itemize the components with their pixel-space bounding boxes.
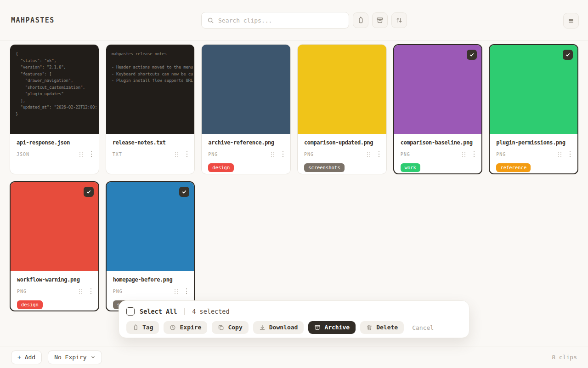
drag-handle-icon[interactable] xyxy=(79,151,84,157)
clip-filename: comparison-baseline.png xyxy=(401,139,475,146)
search-box[interactable] xyxy=(201,12,349,29)
selected-checkbox[interactable] xyxy=(563,50,573,60)
tag-icon xyxy=(132,324,139,331)
clip-card-body: release-notes.txt TXT xyxy=(106,134,195,174)
menu-button[interactable] xyxy=(563,13,579,29)
drag-handle-icon[interactable] xyxy=(367,151,371,157)
drag-handle-icon[interactable] xyxy=(462,151,466,157)
clip-filename: release-notes.txt xyxy=(113,139,188,146)
select-all-label: Select All xyxy=(140,308,177,315)
selection-action-bar: Select All 4 selected Tag Expire Copy Do… xyxy=(119,300,469,338)
selected-checkbox[interactable] xyxy=(467,50,477,60)
archive-view-button[interactable] xyxy=(372,12,388,28)
clip-filename: homepage-before.png xyxy=(113,276,188,283)
cancel-button[interactable]: Cancel xyxy=(408,322,437,334)
clip-type-label: PNG xyxy=(401,152,410,157)
kebab-menu-icon[interactable] xyxy=(186,288,187,294)
clip-preview: { "status": "ok", "version": "2.1.0", "f… xyxy=(10,45,99,134)
clip-card-workflow-warning[interactable]: workflow-warning.png PNG design xyxy=(10,181,99,311)
clip-filename: plugin-permissions.png xyxy=(496,139,571,146)
download-icon xyxy=(259,324,266,331)
filter-by-tag-button[interactable] xyxy=(353,12,368,28)
drag-handle-icon[interactable] xyxy=(175,151,179,157)
app-title: MAHPASTES xyxy=(11,16,55,24)
delete-button[interactable]: Delete xyxy=(360,321,404,334)
archive-icon xyxy=(376,17,384,24)
clip-card-comparison-baseline[interactable]: comparison-baseline.png PNG work xyxy=(393,44,483,174)
selected-count: 4 selected xyxy=(192,308,229,315)
clip-card-archive-reference[interactable]: archive-reference.png PNG design xyxy=(201,44,291,174)
clip-card-api-response[interactable]: { "status": "ok", "version": "2.1.0", "f… xyxy=(10,44,99,174)
tag-icon xyxy=(357,17,364,24)
add-clip-button[interactable]: + Add xyxy=(11,351,42,364)
kebab-menu-icon[interactable] xyxy=(378,151,380,157)
clip-count: 8 clips xyxy=(552,354,577,361)
selected-checkbox[interactable] xyxy=(84,187,94,197)
clip-card-body: workflow-warning.png PNG design xyxy=(11,271,98,311)
clip-type-label: TXT xyxy=(113,152,122,157)
expiry-select-value: No Expiry xyxy=(54,354,86,361)
drag-handle-icon[interactable] xyxy=(174,288,179,294)
clip-card-homepage-before[interactable]: homepage-before.png PNG screenshots xyxy=(106,181,195,311)
kebab-menu-icon[interactable] xyxy=(90,288,92,294)
archive-button-label: Archive xyxy=(324,324,350,331)
delete-button-label: Delete xyxy=(376,324,398,331)
clip-filename: comparison-updated.png xyxy=(304,139,380,146)
kebab-menu-icon[interactable] xyxy=(282,151,284,157)
clip-card-plugin-permissions[interactable]: plugin-permissions.png PNG reference xyxy=(489,44,578,174)
clip-filename: archive-reference.png xyxy=(208,139,284,146)
clip-preview xyxy=(202,45,290,134)
clip-tag[interactable]: design xyxy=(208,163,234,172)
drag-handle-icon[interactable] xyxy=(558,151,562,157)
clip-tag[interactable]: screenshots xyxy=(304,163,345,172)
clip-card-comparison-updated[interactable]: comparison-updated.png PNG screenshots xyxy=(297,44,387,174)
clip-tag[interactable]: reference xyxy=(496,163,531,172)
checkmark-icon xyxy=(86,189,91,195)
clip-preview xyxy=(394,45,482,134)
drag-handle-icon[interactable] xyxy=(271,151,275,157)
expire-button[interactable]: Expire xyxy=(164,321,207,334)
clip-preview: mahpastes release notes - Header actions… xyxy=(106,45,195,134)
sort-icon xyxy=(396,17,403,24)
clip-type-label: PNG xyxy=(304,152,314,157)
clip-tag[interactable]: work xyxy=(401,163,420,172)
expire-button-label: Expire xyxy=(180,324,201,331)
download-button-label: Download xyxy=(269,324,298,331)
clip-card-body: archive-reference.png PNG design xyxy=(202,134,290,174)
drag-handle-icon[interactable] xyxy=(79,288,83,294)
header-search-group xyxy=(201,12,407,29)
clip-type-label: PNG xyxy=(17,289,27,294)
kebab-menu-icon[interactable] xyxy=(569,151,571,157)
kebab-menu-icon[interactable] xyxy=(90,151,92,157)
copy-button[interactable]: Copy xyxy=(212,321,248,334)
app-header: MAHPASTES xyxy=(0,0,588,40)
clip-tag[interactable]: design xyxy=(17,300,43,309)
clip-type-label: PNG xyxy=(113,289,123,294)
clip-preview xyxy=(11,182,98,271)
copy-button-label: Copy xyxy=(228,324,242,331)
clip-card-body: comparison-baseline.png PNG work xyxy=(394,134,482,174)
copy-icon xyxy=(218,324,224,331)
clip-filename: workflow-warning.png xyxy=(17,276,92,283)
clip-preview xyxy=(490,45,577,134)
trash-icon xyxy=(366,324,373,331)
clip-type-label: PNG xyxy=(208,152,218,157)
footer-bar: + Add No Expiry 8 clips xyxy=(0,346,588,368)
download-button[interactable]: Download xyxy=(253,321,304,334)
search-input[interactable] xyxy=(218,17,343,24)
checkmark-icon xyxy=(565,52,571,58)
clip-preview xyxy=(298,45,386,134)
kebab-menu-icon[interactable] xyxy=(473,151,475,157)
expiry-select[interactable]: No Expiry xyxy=(48,351,102,364)
clip-card-release-notes[interactable]: mahpastes release notes - Header actions… xyxy=(106,44,195,174)
sort-button[interactable] xyxy=(391,12,407,28)
archive-button[interactable]: Archive xyxy=(308,321,356,334)
selected-checkbox[interactable] xyxy=(179,187,189,197)
kebab-menu-icon[interactable] xyxy=(186,151,188,157)
divider xyxy=(184,308,185,315)
clip-grid: { "status": "ok", "version": "2.1.0", "f… xyxy=(0,40,588,311)
select-all-checkbox[interactable] xyxy=(126,307,135,316)
clip-card-body: comparison-updated.png PNG screenshots xyxy=(298,134,386,174)
clip-preview xyxy=(107,182,194,271)
tag-button[interactable]: Tag xyxy=(126,321,159,334)
